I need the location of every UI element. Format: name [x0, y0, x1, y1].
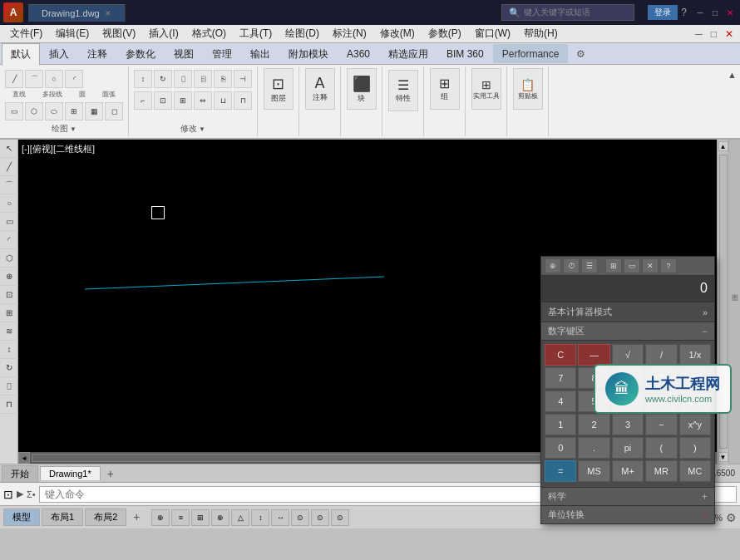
- login-btn[interactable]: 登录: [648, 5, 678, 20]
- ltool-13[interactable]: ⌷: [0, 377, 18, 395]
- title-tab-drawing1[interactable]: Drawing1.dwg ✕: [28, 4, 126, 22]
- rect-tool[interactable]: ▭: [5, 102, 23, 120]
- calc-negate[interactable]: —: [578, 344, 609, 366]
- menu-edit[interactable]: 编辑(E): [49, 25, 96, 42]
- menu-dimension[interactable]: 标注(N): [326, 25, 373, 42]
- array-tool[interactable]: ⊞: [174, 91, 192, 110]
- circle-tool[interactable]: ○: [45, 70, 63, 88]
- calc-3[interactable]: 3: [612, 414, 644, 435]
- calc-power[interactable]: x^y: [679, 414, 711, 435]
- calc-equals[interactable]: =: [545, 460, 576, 482]
- calc-icon2[interactable]: ⏱: [563, 258, 580, 273]
- line-tool[interactable]: ╱: [5, 70, 23, 88]
- menu-format[interactable]: 格式(O): [185, 25, 233, 42]
- help-btn[interactable]: ?: [681, 7, 687, 18]
- ltool-4[interactable]: ▭: [0, 213, 18, 231]
- tab-a360[interactable]: A360: [338, 44, 379, 63]
- ltool-8[interactable]: ⊡: [0, 286, 18, 304]
- menu-close-icon[interactable]: ✕: [722, 28, 737, 40]
- scroll-up-btn[interactable]: ▲: [718, 141, 728, 151]
- menu-insert[interactable]: 插入(I): [142, 25, 185, 42]
- status-tool-ortho[interactable]: ⊞: [191, 509, 210, 526]
- calc-icon1[interactable]: ⊕: [545, 258, 561, 273]
- tab-output[interactable]: 输出: [241, 43, 279, 65]
- status-tool-grid[interactable]: ⊕: [151, 509, 170, 526]
- add-layout-btn[interactable]: +: [128, 508, 145, 526]
- tab-featured[interactable]: 精选应用: [379, 43, 437, 65]
- drawing-tab-add[interactable]: +: [102, 465, 119, 482]
- model-tab-layout1[interactable]: 布局1: [42, 508, 83, 526]
- break-tool[interactable]: ⊓: [234, 91, 252, 110]
- calc-icon6[interactable]: ✕: [642, 258, 659, 273]
- calc-0[interactable]: 0: [545, 437, 576, 459]
- model-tab-model[interactable]: 模型: [3, 508, 40, 526]
- tab-close-icon[interactable]: ✕: [105, 9, 111, 17]
- fillet-tool[interactable]: ⌐: [134, 91, 152, 110]
- science-expand-btn[interactable]: +: [702, 491, 708, 503]
- stretch-tool[interactable]: ⇔: [194, 91, 212, 110]
- properties-tool[interactable]: ☰ 特性: [388, 70, 418, 111]
- polyline-tool[interactable]: ⌒: [25, 70, 43, 88]
- status-tool-osnap[interactable]: △: [231, 509, 249, 526]
- status-tool-polar[interactable]: ⊕: [211, 509, 229, 526]
- status-tool-snap[interactable]: ≡: [171, 509, 190, 526]
- menu-param[interactable]: 参数(P): [422, 25, 468, 42]
- tab-insert[interactable]: 插入: [40, 43, 78, 65]
- calc-icon4[interactable]: ⊞: [605, 258, 622, 273]
- calc-close-paren[interactable]: ): [679, 437, 711, 459]
- mirror-tool[interactable]: ⊣: [234, 70, 252, 88]
- calc-sqrt[interactable]: √: [612, 344, 644, 366]
- layer-tool[interactable]: ⊡ 图层: [264, 68, 294, 110]
- gradient-tool[interactable]: ▦: [85, 102, 103, 120]
- calc-icon7[interactable]: ?: [660, 258, 677, 273]
- status-tool-tspace[interactable]: ⊙: [291, 509, 309, 526]
- ltool-9[interactable]: ⊞: [0, 304, 18, 322]
- extend-tool[interactable]: ⌸: [194, 70, 212, 88]
- calc-mr[interactable]: MR: [645, 460, 677, 482]
- status-tool-qprop[interactable]: ⊙: [311, 509, 329, 526]
- ltool-3[interactable]: ○: [0, 194, 18, 213]
- numpad-collapse-btn[interactable]: −: [702, 326, 708, 337]
- menu-draw[interactable]: 绘图(D): [279, 25, 326, 42]
- tab-default[interactable]: 默认: [2, 43, 40, 66]
- ribbon-collapse-btn[interactable]: ▲: [726, 68, 738, 81]
- model-tab-layout2[interactable]: 布局2: [85, 508, 126, 526]
- region-tool[interactable]: ◻: [105, 102, 123, 120]
- calc-science-section[interactable]: 科学 +: [541, 487, 714, 505]
- menu-help[interactable]: 帮助(H): [517, 25, 565, 42]
- calc-clear[interactable]: C: [545, 344, 576, 366]
- menu-tools[interactable]: 工具(T): [233, 25, 279, 42]
- calc-inverse[interactable]: 1/x: [679, 344, 711, 366]
- calc-open-paren[interactable]: (: [645, 437, 677, 459]
- ltool-5[interactable]: ◜: [0, 231, 18, 249]
- move-tool[interactable]: ↕: [134, 70, 152, 88]
- draw-group-label[interactable]: 绘图 ▼: [52, 123, 76, 135]
- scroll-down-btn[interactable]: ▼: [718, 452, 728, 462]
- calc-ms[interactable]: MS: [578, 460, 609, 482]
- modify-group-label[interactable]: 修改 ▼: [180, 123, 205, 135]
- tab-addons[interactable]: 附加模块: [279, 43, 338, 65]
- calc-2[interactable]: 2: [578, 414, 609, 435]
- select-tool[interactable]: ↖: [0, 140, 18, 158]
- calc-icon5[interactable]: ▭: [624, 258, 640, 273]
- measure-tool[interactable]: ⊞ 实用工具: [471, 68, 501, 110]
- offset-tool[interactable]: ⊔: [214, 91, 232, 110]
- menu-maximize-icon[interactable]: □: [708, 28, 720, 40]
- hatch-tool[interactable]: ⊞: [65, 102, 83, 120]
- ltool-10[interactable]: ≋: [0, 322, 18, 341]
- ltool-14[interactable]: ⊓: [0, 395, 18, 414]
- close-button[interactable]: ✕: [723, 6, 737, 19]
- ltool-11[interactable]: ↕: [0, 341, 18, 359]
- status-tool-3dosnap[interactable]: ↕: [251, 509, 269, 526]
- calc-pi[interactable]: pi: [612, 437, 644, 459]
- calc-mplus[interactable]: M+: [612, 460, 644, 482]
- annotate-tool[interactable]: A 注释: [305, 68, 335, 110]
- calc-mc[interactable]: MC: [679, 460, 711, 482]
- ribbon-settings-icon[interactable]: ⚙: [571, 47, 590, 61]
- tab-view[interactable]: 视图: [165, 43, 203, 65]
- ltool-12[interactable]: ↻: [0, 359, 18, 377]
- menu-file[interactable]: 文件(F): [3, 25, 49, 42]
- copy-tool[interactable]: ⎘: [214, 70, 232, 88]
- calc-mode[interactable]: 基本计算器模式 »: [541, 302, 714, 322]
- block-tool[interactable]: ⬛ 块: [347, 68, 377, 110]
